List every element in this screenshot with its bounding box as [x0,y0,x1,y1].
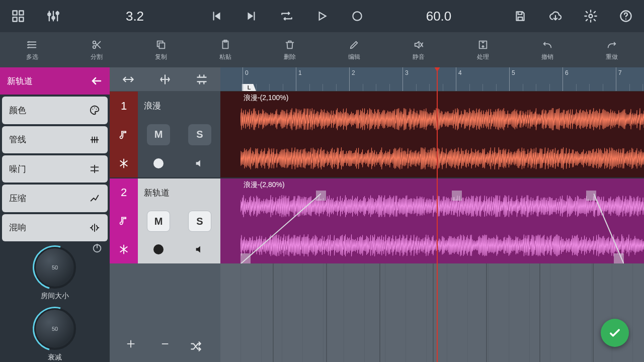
delete-button[interactable]: 删除 [258,32,322,67]
fade-handle[interactable] [586,191,596,201]
tempo-display[interactable]: 60.0 [419,9,459,24]
loop-marker[interactable]: L [242,84,256,91]
position-display[interactable]: 3.2 [115,9,155,24]
ruler-tick: 0 [243,67,243,91]
track-number: 2 [110,178,138,207]
ruler-tick: 3 [403,67,403,91]
add-track-button[interactable]: ＋ [121,334,141,353]
clip-handle[interactable] [452,191,462,201]
timeline-grid [220,263,644,362]
solo-toggle[interactable]: S [188,211,211,232]
note-icon[interactable] [110,120,138,149]
clip-handle[interactable] [614,253,624,263]
fx-compress[interactable]: 压缩 [2,185,108,212]
fx-reverb[interactable]: 混响 [2,214,108,241]
help-icon[interactable] [617,7,635,25]
redo-button[interactable]: 重做 [580,32,644,67]
ruler-tick: 1 [296,67,296,91]
svg-point-18 [94,108,95,109]
track-header-1[interactable]: 1 浪漫 M S [110,92,220,177]
edit-button[interactable]: 编辑 [322,32,386,67]
knob-label: 衰减 [48,353,62,362]
clip-title: 浪漫-(2,100%) [244,94,288,103]
timeline[interactable]: L 01234567 浪漫-(2,100%) 浪漫-(2,80%) [220,67,644,362]
pipeline-icon [88,134,102,145]
save-icon[interactable] [511,7,529,25]
paste-button[interactable]: 粘贴 [193,32,258,67]
compress-icon [88,193,102,204]
fx-color[interactable]: 颜色 [2,97,108,124]
snap-tool-icon[interactable] [192,69,212,89]
copy-button[interactable]: 复制 [129,32,193,67]
track-volume-icon[interactable] [188,158,211,169]
track-record-toggle[interactable] [153,158,164,168]
confirm-fab[interactable] [601,319,629,347]
svg-point-19 [96,109,97,110]
move-tool-icon[interactable] [118,69,138,89]
remove-track-button[interactable]: － [155,334,175,353]
track-headers: 1 浪漫 M S 2 [110,67,220,362]
svg-rect-2 [13,17,17,21]
record-icon[interactable] [348,7,366,25]
fx-gate[interactable]: 噪门 [2,155,108,183]
fade-handle[interactable] [316,191,326,201]
mute-toggle[interactable]: M [147,124,170,145]
solo-toggle[interactable]: S [188,124,211,145]
transport-bar: 3.2 60.0 [0,0,644,32]
freeze-icon[interactable] [110,149,138,177]
knob-label: 房间大小 [41,292,69,301]
ruler-tick: 2 [349,67,350,91]
track-footer: ＋ － [110,263,220,362]
ruler-tick: 7 [616,67,616,91]
mute-button[interactable]: 静音 [386,32,451,67]
mixer-icon[interactable] [44,7,62,25]
multiselect-button[interactable]: 多选 [0,32,64,67]
svg-point-17 [92,109,93,110]
freeze-icon[interactable] [110,235,138,263]
svg-line-21 [240,194,321,263]
split-button[interactable]: 分割 [64,32,129,67]
audio-clip-2[interactable]: 浪漫-(2,80%) [240,178,644,263]
fade-out-line[interactable] [594,178,624,263]
back-arrow-icon [90,75,104,87]
ruler-tick: 4 [456,67,456,91]
track-number: 1 [110,92,138,120]
clip-handle[interactable] [240,253,251,263]
apps-icon[interactable] [9,7,27,25]
track-header-2[interactable]: 2 新轨道 M S [110,177,220,263]
knob-decay[interactable]: 50 衰减 [0,301,110,362]
fade-in-line[interactable] [240,178,321,263]
track-volume-icon[interactable] [188,244,211,255]
playhead[interactable] [437,67,438,362]
ruler-tick: 5 [509,67,510,91]
ruler[interactable]: L 01234567 [220,67,644,92]
split-tool-icon[interactable] [155,69,175,89]
palette-icon [88,105,102,116]
audio-clip-1[interactable]: 浪漫-(2,100%) [240,92,644,177]
fx-panel: 新轨道 颜色 管线 噪门 压缩 混响 50 房间大小 50 衰减 [0,67,110,362]
shuffle-tracks-button[interactable] [189,340,209,353]
track-lane-2[interactable]: 浪漫-(2,80%) [220,177,644,263]
svg-rect-0 [13,11,17,15]
reverb-icon [88,222,102,233]
svg-point-10 [625,19,626,20]
track-record-toggle[interactable] [153,244,164,254]
cloud-download-icon[interactable] [546,7,565,25]
track-lane-1[interactable]: 浪漫-(2,100%) [220,92,644,177]
settings-icon[interactable] [582,7,600,25]
play-icon[interactable] [313,7,331,25]
svg-rect-1 [19,11,23,15]
fx-pipeline[interactable]: 管线 [2,126,108,153]
skip-end-icon[interactable] [243,7,261,25]
track-tools [110,67,220,92]
loop-icon[interactable] [278,7,296,25]
undo-button[interactable]: 撤销 [515,32,580,67]
process-button[interactable]: 处理 [451,32,515,67]
power-icon[interactable] [92,242,103,253]
note-icon[interactable] [110,207,138,235]
mute-toggle[interactable]: M [147,211,170,232]
new-track-row[interactable]: 新轨道 [0,67,110,95]
svg-rect-3 [19,17,23,21]
knob-room-size[interactable]: 50 房间大小 [0,243,110,301]
skip-start-icon[interactable] [207,7,225,25]
